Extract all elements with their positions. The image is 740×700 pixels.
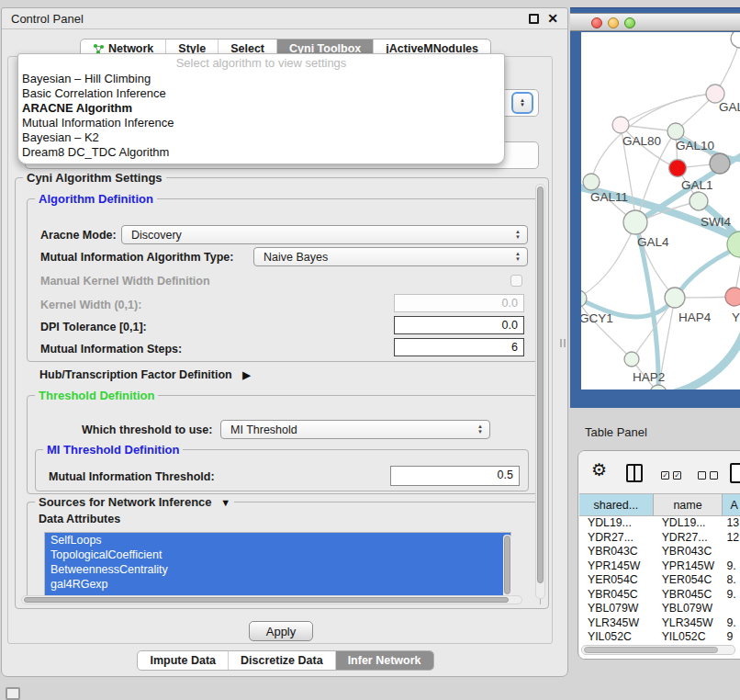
table-row[interactable]: YER054CYER054C8. [579, 573, 740, 588]
column-header-shared[interactable]: shared... [579, 494, 654, 515]
network-window-titlebar[interactable] [570, 13, 740, 31]
attribute-list-scrollbar[interactable] [503, 535, 511, 599]
network-node[interactable] [624, 352, 639, 367]
network-node[interactable] [665, 288, 685, 308]
table-cell: YBR045C [579, 588, 654, 603]
mi-type-value: Naive Bayes [263, 251, 328, 264]
table-row[interactable]: YPR145WYPR145W9. [579, 559, 740, 574]
network-node[interactable] [731, 32, 740, 48]
data-attributes-label: Data Attributes [39, 513, 120, 525]
mi-steps-field[interactable]: 6 [394, 338, 524, 356]
close-traffic-light-icon[interactable] [591, 17, 602, 28]
hub-section-toggle[interactable]: Hub/Transcription Factor Definition ▶ [39, 368, 251, 381]
select-all-checks-icon[interactable]: ✓ ✓ [661, 471, 681, 480]
float-window-icon[interactable] [529, 14, 539, 24]
manual-kernel-checkbox[interactable] [510, 275, 522, 287]
settings-horizontal-scrollbar[interactable] [21, 595, 522, 604]
table-cell: YIL052C [654, 630, 723, 645]
table-row[interactable]: YDR27...YDR27...12 [579, 531, 740, 546]
table-cell: YBR043C [654, 545, 723, 559]
table-cell: YBL079W [654, 602, 723, 616]
node-label-gal: GAL [719, 100, 740, 114]
table-row[interactable]: YDL19...YDL19...13 [579, 516, 740, 531]
algorithm-definition-title: Algorithm Definition [35, 192, 157, 206]
network-node[interactable] [623, 210, 647, 234]
dropdown-item-basic-correlation-inference[interactable]: Basic Correlation Inference [18, 86, 504, 101]
aracne-mode-combo[interactable]: Discovery ▲▼ [121, 225, 528, 244]
dropdown-item-bayesian-k2[interactable]: Bayesian – K2 [18, 130, 504, 145]
settings-vertical-scrollbar[interactable] [535, 184, 545, 599]
tab-infer-network[interactable]: Infer Network [335, 651, 433, 670]
table-row[interactable]: YIL052CYIL052C9 [579, 630, 740, 645]
tab-discretize-data[interactable]: Discretize Data [228, 651, 335, 670]
dpi-tolerance-field[interactable]: 0.0 [394, 316, 524, 334]
node-label-gal10: GAL10 [676, 139, 714, 152]
node-label-hap4: HAP4 [678, 310, 712, 324]
network-edge [581, 244, 740, 317]
document-icon[interactable] [730, 463, 740, 483]
node-label-hap2: HAP2 [633, 370, 665, 384]
table-horizontal-scrollbar[interactable] [581, 645, 735, 655]
gear-icon[interactable]: ⚙ [591, 459, 607, 480]
control-panel-window: Control Panel ✕ NetworkStyleSelectCyni T… [1, 7, 568, 677]
dropdown-item-aracne-algorithm[interactable]: ARACNE Algorithm [18, 101, 504, 116]
minimize-traffic-light-icon[interactable] [608, 17, 619, 28]
network-node[interactable] [669, 160, 687, 177]
table-row[interactable]: YBR043CYBR043C [579, 545, 740, 559]
network-view-window: GALGAL80GAL10GAL1GAL11SWI4GAL4HAP4YGCY1H… [570, 7, 740, 408]
partial-panel-icon [6, 687, 20, 700]
aracne-mode-value: Discovery [131, 229, 182, 242]
attribute-item-betweennesscentrality[interactable]: BetweennessCentrality [45, 562, 510, 577]
mi-type-combo[interactable]: Naive Bayes ▲▼ [253, 247, 528, 266]
table-cell: YDL19... [654, 516, 723, 531]
expand-arrow-icon: ▶ [242, 369, 250, 380]
dropdown-item-mutual-information-inference[interactable]: Mutual Information Inference [18, 116, 504, 130]
node-label-gal4: GAL4 [637, 235, 669, 249]
data-attributes-list[interactable]: SelfLoopsTopologicalCoefficientBetweenne… [44, 532, 511, 603]
sources-group-title[interactable]: Sources for Network Inference ▼ [35, 495, 234, 509]
panel-divider-grip[interactable] [560, 339, 566, 347]
attribute-item-gal4rgexp[interactable]: gal4RGexp [45, 577, 510, 592]
split-columns-icon[interactable] [626, 464, 643, 482]
table-row[interactable]: YBL079WYBL079W [579, 602, 740, 616]
table-row[interactable]: YBR045CYBR045C9. [579, 588, 740, 603]
tab-impute-data[interactable]: Impute Data [138, 651, 228, 670]
attribute-item-topologicalcoefficient[interactable]: TopologicalCoefficient [45, 548, 510, 562]
attribute-item-selfloops[interactable]: SelfLoops [45, 533, 510, 548]
table-toolbar: ⚙ ✓ ✓ [578, 451, 740, 492]
table-cell: YBL079W [579, 602, 654, 616]
table-cell: YBR043C [579, 545, 654, 559]
clear-all-checks-icon[interactable] [698, 471, 718, 480]
network-node[interactable] [690, 192, 708, 210]
column-header-name[interactable]: name [654, 494, 723, 515]
dropdown-item-bayesian-hill-climbing[interactable]: Bayesian – Hill Climbing [18, 72, 504, 86]
algorithm-definition-group: Algorithm Definition Aracne Mode: Discov… [27, 198, 541, 362]
dpi-tolerance-label: DPI Tolerance [0,1]: [40, 321, 147, 333]
network-node[interactable] [710, 153, 730, 174]
dropdown-item-dream8-dc-tdc-algorithm[interactable]: Dream8 DC_TDC Algorithm [18, 145, 504, 160]
mi-steps-label: Mutual Information Steps: [40, 343, 182, 356]
network-edge [621, 94, 715, 125]
network-canvas[interactable]: GALGAL80GAL10GAL1GAL11SWI4GAL4HAP4YGCY1H… [581, 32, 740, 390]
control-panel-titlebar: Control Panel ✕ [2, 8, 567, 29]
network-node[interactable] [612, 117, 629, 133]
network-node[interactable] [725, 288, 740, 306]
mi-type-label: Mutual Information Algorithm Type: [40, 251, 233, 264]
node-label-gal1: GAL1 [681, 178, 713, 192]
close-icon[interactable]: ✕ [547, 14, 558, 24]
node-label-y: Y [732, 310, 740, 324]
table-cell: YPR145W [579, 559, 654, 574]
kernel-width-field[interactable]: 0.0 [394, 294, 524, 312]
mi-threshold-field[interactable]: 0.5 [390, 466, 520, 486]
table-cell: 8. [723, 573, 740, 588]
which-threshold-combo[interactable]: MI Threshold ▲▼ [220, 420, 490, 439]
table-row[interactable]: YLR345WYLR345W9. [579, 616, 740, 631]
zoom-traffic-light-icon[interactable] [624, 17, 635, 28]
table-cell: YER054C [579, 573, 654, 588]
column-header-a[interactable]: A [723, 494, 740, 515]
network-node[interactable] [667, 123, 684, 140]
network-node[interactable] [583, 174, 600, 190]
combo-stepper-button[interactable]: ▲ ▼ [511, 92, 533, 114]
combo-down-icon: ▼ [477, 429, 483, 435]
apply-button[interactable]: Apply [249, 621, 313, 641]
